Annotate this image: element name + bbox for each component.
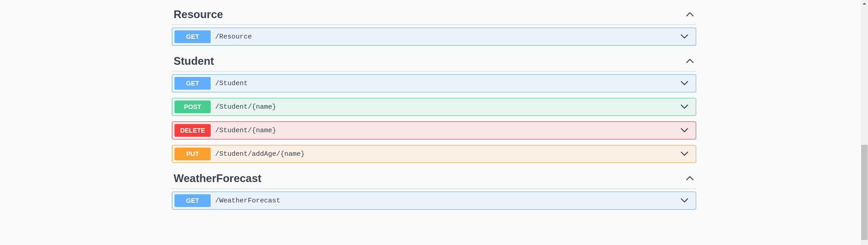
- operation-path: /Student/{name}: [211, 103, 675, 111]
- tag-header-student[interactable]: Student: [172, 51, 696, 72]
- scrollbar-up-arrow[interactable]: [861, 0, 868, 7]
- method-badge-delete: DELETE: [175, 124, 211, 137]
- tag-title: Student: [174, 55, 214, 67]
- chevron-down-icon[interactable]: [675, 102, 693, 112]
- method-badge-get: GET: [175, 77, 211, 90]
- chevron-down-icon[interactable]: [675, 125, 693, 136]
- operation-get-row[interactable]: GET/WeatherForecast: [172, 192, 696, 210]
- operation-get-row[interactable]: GET/Resource: [172, 28, 696, 46]
- operation-path: /Resource: [211, 33, 675, 41]
- operation-path: /Student: [211, 80, 675, 87]
- method-badge-get: GET: [175, 30, 211, 43]
- operation-post-row[interactable]: POST/Student/{name}: [172, 98, 696, 116]
- method-badge-post: POST: [175, 101, 211, 113]
- tag-header-resource[interactable]: Resource: [172, 5, 696, 25]
- operation-get-row[interactable]: GET/Student: [172, 74, 696, 92]
- operation-delete-row[interactable]: DELETE/Student/{name}: [172, 121, 696, 139]
- chevron-up-icon[interactable]: [685, 174, 694, 183]
- chevron-down-icon[interactable]: [675, 196, 693, 206]
- method-badge-put: PUT: [175, 148, 211, 160]
- tag-title: WeatherForecast: [174, 172, 261, 185]
- vertical-scrollbar[interactable]: [861, 0, 868, 229]
- scrollbar-thumb[interactable]: [861, 145, 868, 229]
- tag-header-weatherforecast[interactable]: WeatherForecast: [172, 168, 696, 189]
- operation-path: /Student/addAge/{name}: [211, 150, 675, 158]
- tag-title: Resource: [174, 8, 223, 21]
- chevron-up-icon[interactable]: [685, 10, 694, 19]
- method-badge-get: GET: [175, 194, 211, 207]
- chevron-down-icon[interactable]: [675, 78, 693, 89]
- chevron-down-icon[interactable]: [675, 32, 693, 42]
- operation-path: /WeatherForecast: [211, 197, 675, 205]
- chevron-up-icon[interactable]: [685, 57, 694, 66]
- operation-path: /Student/{name}: [211, 127, 675, 135]
- chevron-down-icon[interactable]: [675, 149, 693, 159]
- operation-put-row[interactable]: PUT/Student/addAge/{name}: [172, 145, 696, 163]
